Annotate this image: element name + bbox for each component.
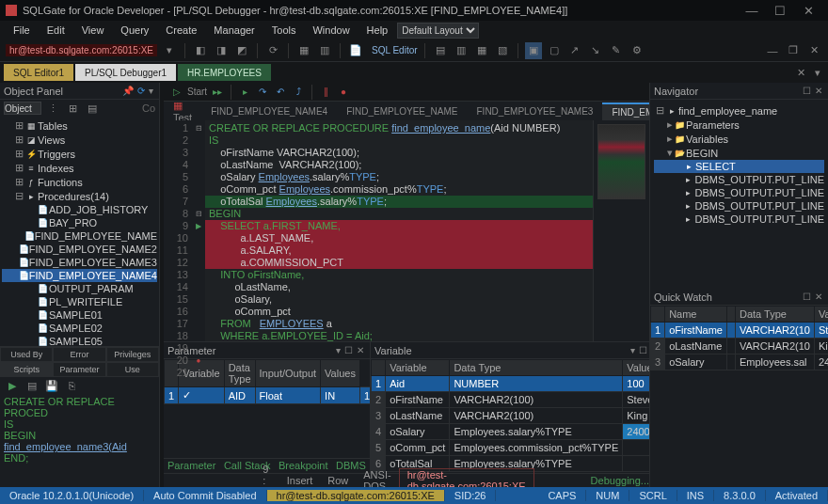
tree-proc-item[interactable]: 📄FIND_EMPLOYEE_NAME — [2, 229, 157, 243]
step-over-icon[interactable]: ↷ — [255, 85, 270, 100]
editor-tab[interactable]: FIND_EMPLOYEE_NAME — [337, 103, 467, 119]
tree-proc-item[interactable]: 📄SAMPLE02 — [2, 322, 157, 335]
menu-window[interactable]: Window — [305, 23, 357, 38]
tab-sql-editor[interactable]: SQL Editor1 — [4, 64, 73, 81]
step-in-icon[interactable]: ▸ — [237, 85, 252, 100]
tab-error[interactable]: Error — [53, 347, 105, 362]
tool-icon[interactable]: ⚙ — [629, 42, 645, 59]
nav-node[interactable]: ▸DBMS_OUTPUT.PUT_LINE — [654, 186, 824, 199]
tree-proc-item[interactable]: 📄SAMPLE01 — [2, 308, 157, 322]
nav-node[interactable]: ▸DBMS_OUTPUT.PUT_LINE — [654, 173, 824, 186]
tree-node-functions[interactable]: ⊞ƒFunctions — [2, 175, 157, 189]
menu-query[interactable]: Query — [113, 23, 156, 38]
editor-tab[interactable]: FIND_EMPLOYEE_NAME4 — [201, 103, 337, 119]
copy-icon[interactable]: ⎘ — [63, 377, 80, 394]
tree-node-indexes[interactable]: ⊞≡Indexes — [2, 161, 157, 175]
sql-editor-label[interactable]: SQL Editor — [372, 45, 418, 55]
tree-proc-item[interactable]: 📄SAMPLE05 — [2, 335, 157, 346]
tool-icon[interactable]: ▥ — [453, 42, 470, 59]
code-area[interactable]: CREATE OR REPLACE PROCEDURE find_employe… — [205, 120, 593, 341]
dropdown-icon[interactable]: ▾ — [147, 86, 155, 96]
pin-icon[interactable]: 📌 — [120, 86, 135, 96]
menu-edit[interactable]: Edit — [40, 23, 72, 38]
copy-icon[interactable]: ▤ — [24, 377, 40, 394]
minimize-button[interactable]: — — [738, 4, 766, 18]
tool-icon[interactable]: ▥ — [316, 42, 333, 59]
minimap[interactable] — [593, 120, 649, 341]
panel-btn[interactable]: ☐ — [342, 345, 355, 355]
variable-grid[interactable]: VariableData TypeValues 1AidNUMBER100 2o… — [371, 359, 664, 473]
tool-icon[interactable]: ▤ — [432, 42, 449, 59]
panel-close-icon[interactable]: ✕ — [355, 345, 366, 355]
tree-proc-item[interactable]: 📄OUTPUT_PARAM — [2, 282, 157, 295]
panel-close-icon[interactable]: ✕ — [813, 291, 824, 302]
gutter-markers[interactable]: ⊟ ⊟ ▶ ● — [192, 120, 205, 341]
tab-plsql-debugger[interactable]: PL/SQL Debugger1 — [75, 64, 176, 81]
editor-tab[interactable]: FIND_EMPLOYEE_NAME3 — [468, 103, 603, 119]
layout-select[interactable]: Default Layout — [397, 23, 479, 39]
play-icon[interactable]: ▸▸ — [210, 85, 225, 100]
tree-proc-item[interactable]: 📄FIND_EMPLOYEE_NAME3 — [2, 256, 157, 269]
filter-icon[interactable]: ⋮ — [44, 100, 61, 117]
step-out-icon[interactable]: ↶ — [273, 85, 288, 100]
mdi-close-icon[interactable]: ✕ — [805, 42, 822, 59]
save-icon[interactable]: 💾 — [43, 377, 60, 394]
quickwatch-grid[interactable]: NameData TypeValues 1oFirstNameVARCHAR2(… — [650, 306, 828, 487]
tool-icon[interactable]: ◨ — [213, 42, 230, 59]
tool-icon[interactable]: ↘ — [587, 42, 604, 59]
object-tree[interactable]: ⊞▦Tables ⊞◪Views ⊞⚡Triggers ⊞≡Indexes ⊞ƒ… — [0, 117, 159, 346]
refresh-icon[interactable]: ⟳ — [135, 86, 147, 96]
tool-icon[interactable]: ▢ — [546, 42, 563, 59]
panel-btn[interactable]: ▾ — [629, 345, 637, 355]
run-icon[interactable]: ▶ — [4, 377, 21, 394]
tab-dropdown-icon[interactable]: ▾ — [811, 67, 824, 79]
tab-privileges[interactable]: Privileges — [106, 347, 159, 362]
filter-icon[interactable]: ▤ — [84, 100, 101, 117]
tree-proc-item[interactable]: 📄ADD_JOB_HISTORY — [2, 203, 157, 216]
sql-editor-icon[interactable]: 📄 — [347, 42, 364, 59]
nav-node[interactable]: ▸DBMS_OUTPUT.PUT_LINE — [654, 213, 824, 226]
tab-use[interactable]: Use — [106, 362, 159, 377]
panel-btn[interactable]: ▾ — [334, 345, 342, 355]
tab-parameter[interactable]: Parameter — [53, 362, 105, 377]
tab-hr-employees[interactable]: HR.EMPLOYEES — [178, 64, 271, 81]
pause-icon[interactable]: ‖ — [318, 85, 333, 100]
menu-view[interactable]: View — [74, 23, 112, 38]
tool-icon[interactable]: ▦ — [295, 42, 312, 59]
tool-icon[interactable]: ↗ — [566, 42, 583, 59]
tree-proc-item[interactable]: 📄FIND_EMPLOYEE_NAME2 — [2, 243, 157, 256]
maximize-button[interactable]: ☐ — [766, 4, 794, 18]
tree-proc-item-selected[interactable]: 📄FIND_EMPLOYEE_NAME4 — [2, 269, 157, 282]
mdi-min-icon[interactable]: — — [764, 42, 781, 59]
tab-close-icon[interactable]: ✕ — [793, 67, 809, 79]
nav-node[interactable]: ▸📁Variables — [654, 132, 824, 146]
tool-icon[interactable]: ▦ — [473, 42, 490, 59]
panel-btn[interactable]: ☐ — [801, 86, 813, 96]
connection-label[interactable]: hr@test-db.sqlgate.com:26015:XE — [6, 44, 157, 56]
tree-proc-item[interactable]: 📄PL_WRITEFILE — [2, 295, 157, 308]
panel-close-icon[interactable]: ✕ — [813, 86, 824, 96]
code-editor[interactable]: 123456789101112131415161718192021 ⊟ ⊟ ▶ … — [164, 120, 649, 341]
tab-usedby[interactable]: Used By — [0, 347, 53, 362]
tool-icon[interactable]: ▧ — [494, 42, 511, 59]
tool-icon[interactable]: ✎ — [608, 42, 625, 59]
menu-manager[interactable]: Manager — [206, 23, 262, 38]
panel-btn[interactable]: ☐ — [801, 291, 813, 302]
panel-btn[interactable]: ☐ — [637, 345, 649, 355]
mdi-restore-icon[interactable]: ❐ — [785, 42, 802, 59]
menu-tools[interactable]: Tools — [264, 23, 304, 38]
foot-tab[interactable]: Parameter — [167, 460, 215, 471]
tool-icon[interactable]: ◩ — [233, 42, 250, 59]
dropdown-icon[interactable]: ▾ — [161, 42, 178, 59]
tool-icon[interactable]: ◧ — [192, 42, 209, 59]
nav-root[interactable]: ⊟▸find_employee_name — [654, 103, 824, 118]
menu-file[interactable]: File — [6, 23, 38, 38]
nav-node[interactable]: ▸📁Parameters — [654, 118, 824, 132]
nav-node[interactable]: ▾📂BEGIN — [654, 146, 824, 160]
refresh-icon[interactable]: ⟳ — [264, 42, 281, 59]
tree-proc-item[interactable]: 📄BAY_PRO — [2, 216, 157, 229]
menu-create[interactable]: Create — [158, 23, 204, 38]
step-icon[interactable]: ⤴ — [291, 85, 306, 100]
tree-node-views[interactable]: ⊞◪Views — [2, 133, 157, 147]
stop-icon[interactable]: ● — [336, 85, 351, 100]
